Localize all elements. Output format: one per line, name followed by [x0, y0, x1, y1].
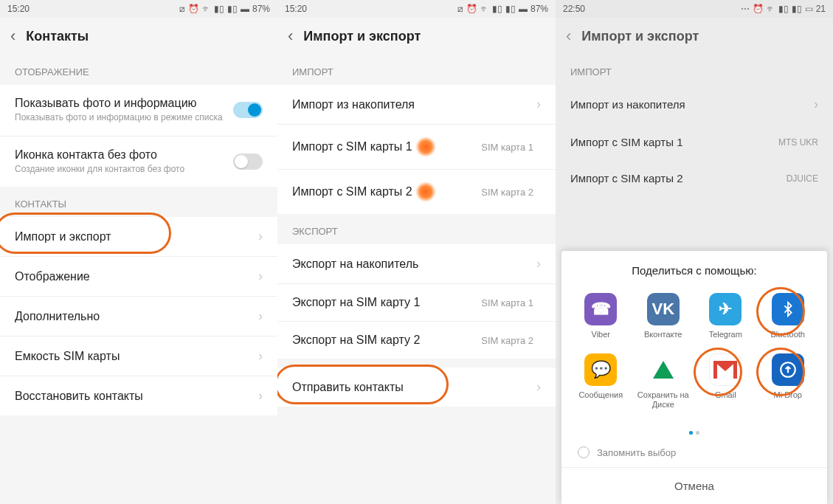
alarm-off-icon: ⧄	[457, 4, 463, 14]
share-vk[interactable]: VK Вконтакте	[635, 293, 693, 339]
bluetooth-icon	[772, 293, 804, 325]
share-bluetooth[interactable]: Bluetooth	[759, 293, 818, 339]
header: ‹ Импорт и экспорт	[277, 18, 556, 55]
status-time: 15:20	[285, 4, 307, 14]
page-title: Импорт и экспорт	[303, 29, 421, 44]
row-restore[interactable]: Восстановить контакты ›	[0, 376, 277, 415]
chevron-icon: ›	[536, 379, 541, 395]
cancel-button[interactable]: Отмена	[561, 467, 827, 504]
share-messages[interactable]: 💬 Сообщения	[572, 353, 630, 410]
vk-icon: VK	[647, 293, 680, 325]
battery-icon: ▭	[805, 4, 813, 14]
header: ‹ Импорт и экспорт	[556, 18, 833, 55]
toggle-show-photo[interactable]	[233, 102, 263, 118]
back-icon[interactable]: ‹	[10, 27, 15, 46]
row-import-sim2[interactable]: Импорт с SIM карты 2 SIM карта 2	[277, 170, 556, 214]
header: ‹ Контакты	[0, 18, 277, 55]
gmail-icon	[709, 353, 742, 386]
section-display: ОТОБРАЖЕНИЕ	[0, 55, 277, 85]
signal-icon-2: ▮▯	[227, 4, 238, 14]
signal-icon: ▮▯	[214, 4, 224, 14]
status-battery: 87%	[530, 4, 548, 14]
row-show-photo[interactable]: Показывать фото и информацию Показывать …	[0, 85, 277, 137]
section-import: ИМПОРТ	[277, 55, 556, 85]
section-import: ИМПОРТ	[556, 55, 833, 85]
screen-import-export: 15:20 ⧄ ⏰ ᯤ ▮▯ ▮▯ ▬ 87% ‹ Импорт и экспо…	[277, 0, 556, 504]
row-import-storage[interactable]: Импорт из накопителя ›	[556, 85, 833, 124]
share-midrop[interactable]: Mi Drop	[759, 353, 818, 410]
blur-overlay	[415, 137, 436, 157]
chevron-icon: ›	[258, 308, 263, 324]
row-import-storage[interactable]: Импорт из накопителя ›	[277, 85, 556, 125]
wifi-icon: ᯤ	[480, 4, 489, 14]
battery-icon: ▬	[241, 4, 249, 14]
midrop-icon	[772, 353, 804, 386]
row-display[interactable]: Отображение ›	[0, 257, 277, 297]
row-import-sim1[interactable]: Импорт с SIM карты 1 SIM карта 1	[277, 125, 556, 170]
row-more[interactable]: Дополнительно ›	[0, 297, 277, 336]
status-bar: 15:20 ⧄ ⏰ ᯤ ▮▯ ▮▯ ▬ 87%	[277, 0, 556, 18]
screen-share-dialog: 22:50 ⋯ ⏰ ᯤ ▮▯ ▮▯ ▭ 21 ‹ Импорт и экспор…	[556, 0, 833, 504]
toggle-icon-no-photo[interactable]	[233, 153, 263, 170]
row-import-sim1[interactable]: Импорт с SIM карты 1 MTS UKR	[556, 124, 833, 160]
page-title: Импорт и экспорт	[581, 29, 699, 44]
signal-icon-2: ▮▯	[792, 4, 802, 14]
chevron-icon: ›	[536, 97, 541, 112]
viber-icon: ☎	[584, 293, 617, 325]
share-viber[interactable]: ☎ Viber	[572, 293, 630, 339]
signal-icon: ▮▯	[492, 4, 502, 14]
page-title: Контакты	[26, 29, 89, 44]
signal-icon-2: ▮▯	[505, 4, 516, 14]
page-dots	[561, 420, 827, 438]
share-drive[interactable]: Сохранить на Диске	[635, 353, 693, 410]
status-time: 22:50	[563, 4, 585, 14]
row-import-export[interactable]: Импорт и экспорт ›	[0, 217, 277, 257]
telegram-icon: ✈	[709, 293, 742, 325]
row-import-sim2[interactable]: Импорт с SIM карты 2 DJUICE	[556, 160, 833, 196]
share-telegram[interactable]: ✈ Telegram	[697, 293, 755, 339]
alarm-icon: ⏰	[753, 4, 764, 14]
status-time: 15:20	[7, 4, 30, 14]
messages-icon: 💬	[584, 353, 617, 386]
share-title: Поделиться с помощью:	[561, 264, 827, 277]
chevron-icon: ›	[258, 269, 263, 284]
chevron-icon: ›	[536, 256, 541, 272]
row-export-storage[interactable]: Экспорт на накопитель ›	[277, 244, 556, 284]
radio-remember[interactable]	[578, 446, 590, 458]
row-export-sim1[interactable]: Экспорт на SIM карту 1 SIM карта 1	[277, 284, 556, 322]
signal-icon: ▮▯	[778, 4, 789, 14]
status-bar: 22:50 ⋯ ⏰ ᯤ ▮▯ ▮▯ ▭ 21	[556, 0, 833, 18]
row-icon-no-photo[interactable]: Иконка контакта без фото Создание иконки…	[0, 137, 277, 187]
battery-icon: ▬	[519, 4, 528, 14]
alarm-icon: ⏰	[466, 4, 477, 14]
row-export-sim2[interactable]: Экспорт на SIM карту 2 SIM карта 2	[277, 322, 556, 359]
row-send-contacts[interactable]: Отправить контакты ›	[277, 367, 556, 407]
row-sim-capacity[interactable]: Емкость SIM карты ›	[0, 336, 277, 376]
status-battery: 87%	[252, 4, 270, 14]
wifi-icon: ᯤ	[767, 4, 775, 14]
share-gmail[interactable]: Gmail	[697, 353, 755, 410]
chevron-icon: ›	[258, 348, 263, 364]
status-battery: 21	[816, 4, 826, 14]
section-contacts: КОНТАКТЫ	[0, 187, 277, 217]
drive-icon	[647, 353, 680, 386]
section-export: ЭКСПОРТ	[277, 214, 556, 244]
status-bar: 15:20 ⧄ ⏰ ᯤ ▮▯ ▮▯ ▬ 87%	[0, 0, 277, 18]
back-icon[interactable]: ‹	[288, 27, 293, 46]
chevron-icon: ›	[814, 97, 818, 112]
alarm-off-icon: ⧄	[179, 4, 185, 14]
screen-contacts: 15:20 ⧄ ⏰ ᯤ ▮▯ ▮▯ ▬ 87% ‹ Контакты ОТОБР…	[0, 0, 277, 504]
chevron-icon: ›	[258, 388, 263, 404]
chevron-icon: ›	[258, 229, 263, 244]
back-icon[interactable]: ‹	[566, 27, 571, 46]
remember-choice-row[interactable]: Запомнить выбор	[561, 438, 827, 467]
more-icon: ⋯	[741, 4, 750, 14]
wifi-icon: ᯤ	[202, 4, 211, 14]
alarm-icon: ⏰	[188, 4, 199, 14]
blur-overlay	[415, 182, 436, 202]
share-sheet: Поделиться с помощью: ☎ Viber VK Вконтак…	[561, 251, 827, 504]
